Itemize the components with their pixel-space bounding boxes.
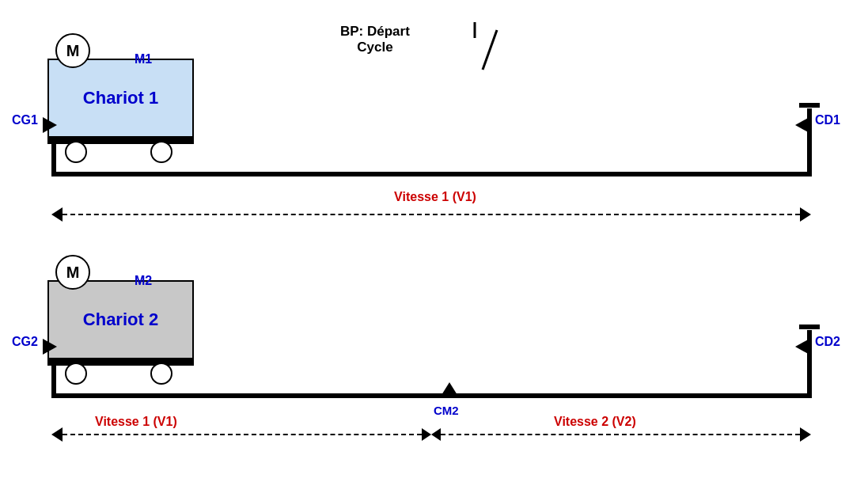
cg1-label: CG1 — [12, 113, 38, 127]
diagram-container: BP: Départ Cycle M Chariot 1 M1 CG1 — [0, 0, 868, 501]
motor1-circle: M — [55, 33, 90, 68]
motor1-label: M1 — [135, 52, 152, 66]
cg2-arrow — [43, 339, 57, 358]
bp-label: BP: Départ Cycle — [340, 24, 410, 55]
speed2-v1-dashed — [63, 434, 422, 435]
motor2-circle: M — [55, 255, 90, 290]
chariot1-wheel-left — [65, 141, 87, 163]
cm2-marker — [442, 382, 457, 395]
wall-right-track1-top — [799, 103, 820, 108]
chariot1-wheel-right — [150, 141, 172, 163]
track2 — [51, 393, 811, 398]
speed2-arrow — [51, 427, 811, 442]
chariot2-body: Chariot 2 — [47, 280, 194, 359]
wall-right-track2-top — [799, 325, 820, 329]
svg-marker-2 — [43, 117, 57, 133]
speed2-v2-dashed — [441, 434, 800, 435]
wall-right-track2 — [807, 330, 812, 398]
speed2-mid-left — [431, 428, 441, 441]
svg-line-1 — [483, 30, 497, 70]
speed2-v1-label: Vitesse 1 (V1) — [95, 415, 177, 429]
speed1-arrow — [51, 207, 811, 222]
speed2-mid-right — [422, 428, 431, 441]
speed1-dashed-line — [63, 214, 800, 215]
speed2-v2-arrowhead-right — [800, 427, 811, 442]
svg-marker-4 — [43, 339, 57, 355]
wall-right-track1 — [807, 108, 812, 176]
cd1-label: CD1 — [815, 113, 840, 127]
chariot2-wheel-left — [65, 362, 87, 385]
chariot1-body: Chariot 1 — [47, 59, 194, 138]
cm2-triangle — [442, 382, 457, 395]
bp-switch-symbol — [467, 22, 506, 77]
motor2-label: M2 — [135, 274, 152, 288]
chariot2-wheel-right — [150, 362, 172, 385]
speed1-arrowhead-right — [800, 207, 811, 222]
cd2-label: CD2 — [815, 335, 840, 349]
cm2-label: CM2 — [434, 404, 459, 417]
speed2-v1-arrowhead-left — [51, 427, 63, 442]
cg2-label: CG2 — [12, 335, 38, 349]
cg1-arrow — [43, 117, 57, 136]
track1 — [51, 172, 811, 176]
speed1-arrowhead-left — [51, 207, 63, 222]
speed2-v2-label: Vitesse 2 (V2) — [554, 415, 636, 429]
speed1-label: Vitesse 1 (V1) — [158, 190, 712, 204]
